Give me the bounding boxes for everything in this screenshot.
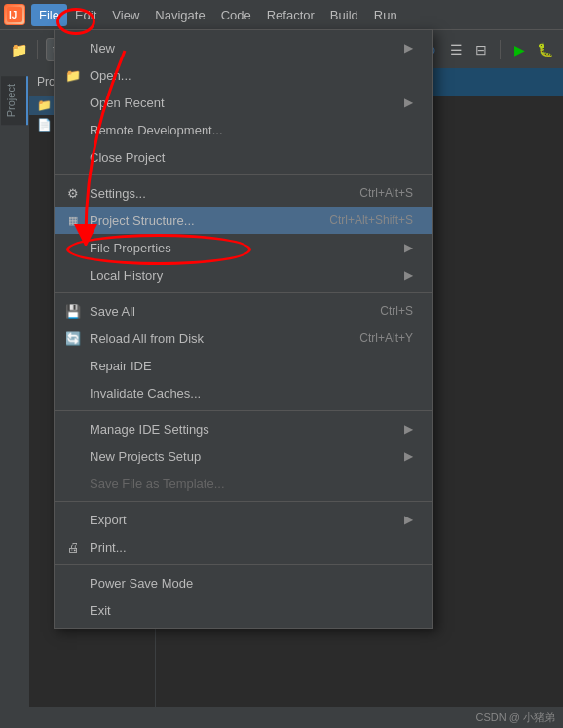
menu-code[interactable]: Code: [213, 4, 259, 26]
file-dropdown-menu: New ▶ 📁 Open... Open Recent ▶ Remote Dev…: [54, 29, 433, 629]
menu-build[interactable]: Build: [322, 4, 366, 26]
menu-item-export[interactable]: Export ▶: [55, 506, 432, 533]
settings-shortcut: Ctrl+Alt+S: [359, 186, 413, 200]
remote-dev-label: Remote Development...: [90, 123, 413, 137]
save-template-icon: [64, 475, 82, 492]
toolbar-folder-icon[interactable]: 📁: [8, 39, 29, 60]
exit-label: Exit: [90, 603, 413, 618]
new-icon: [64, 39, 82, 57]
manage-ide-arrow: ▶: [404, 422, 413, 436]
export-icon: [64, 511, 82, 528]
project-structure-icon: ▦: [64, 211, 82, 229]
save-all-shortcut: Ctrl+S: [380, 304, 413, 318]
toolbar-separator-2: [500, 40, 501, 59]
repair-ide-label: Repair IDE: [90, 359, 413, 373]
manage-ide-icon: [64, 420, 82, 438]
menu-item-save-template: Save File as Template...: [55, 470, 432, 497]
sidebar: Project: [0, 68, 29, 728]
invalidate-caches-icon: [64, 384, 82, 402]
menu-file[interactable]: File: [31, 4, 67, 26]
svg-text:IJ: IJ: [9, 10, 17, 20]
open-icon: 📁: [64, 66, 82, 84]
open-recent-arrow: ▶: [404, 96, 413, 109]
menu-run[interactable]: Run: [366, 4, 405, 26]
menu-item-save-all[interactable]: 💾 Save All Ctrl+S: [55, 297, 432, 325]
export-label: Export: [90, 513, 385, 527]
new-projects-arrow: ▶: [404, 449, 413, 463]
export-arrow: ▶: [404, 513, 413, 526]
new-arrow: ▶: [404, 41, 413, 55]
new-projects-label: New Projects Setup: [90, 449, 385, 464]
toolbar-list-icon[interactable]: ☰: [445, 39, 467, 60]
menu-item-settings[interactable]: ⚙ Settings... Ctrl+Alt+S: [55, 179, 432, 207]
menu-refactor[interactable]: Refactor: [259, 4, 322, 26]
menu-navigate[interactable]: Navigate: [147, 4, 212, 26]
print-label: Print...: [90, 540, 413, 555]
toolbar-layout-icon[interactable]: ⊟: [470, 39, 492, 60]
divider-5: [55, 564, 432, 565]
project-structure-shortcut: Ctrl+Alt+Shift+S: [329, 213, 413, 227]
close-project-label: Close Project: [90, 150, 413, 165]
local-history-arrow: ▶: [404, 268, 413, 282]
folder-icon: 📁: [37, 98, 52, 112]
divider-2: [55, 292, 432, 293]
file-properties-icon: [64, 239, 82, 256]
remote-dev-icon: [64, 121, 82, 138]
local-history-label: Local History: [90, 268, 385, 283]
project-structure-label: Project Structure...: [90, 213, 310, 228]
menu-item-invalidate-caches[interactable]: Invalidate Caches...: [55, 379, 432, 406]
menu-item-new-projects[interactable]: New Projects Setup ▶: [55, 442, 432, 470]
close-project-icon: [64, 148, 82, 166]
exit-icon: [64, 601, 82, 619]
menu-item-local-history[interactable]: Local History ▶: [55, 261, 432, 288]
save-template-label: Save File as Template...: [90, 477, 413, 491]
app-logo: IJ: [4, 4, 25, 25]
toolbar-separator-1: [37, 40, 38, 59]
menu-item-file-properties[interactable]: File Properties ▶: [55, 234, 432, 261]
open-recent-label: Open Recent: [90, 96, 385, 110]
menu-item-print[interactable]: 🖨 Print...: [55, 533, 432, 560]
divider-3: [55, 410, 432, 411]
open-label: Open...: [90, 68, 413, 83]
menu-item-project-structure[interactable]: ▦ Project Structure... Ctrl+Alt+Shift+S: [55, 207, 432, 234]
new-label: New: [90, 41, 385, 56]
divider-4: [55, 501, 432, 502]
manage-ide-label: Manage IDE Settings: [90, 422, 385, 437]
menu-item-open-recent[interactable]: Open Recent ▶: [55, 89, 432, 116]
menu-item-new[interactable]: New ▶: [55, 34, 432, 61]
settings-icon: ⚙: [64, 184, 82, 202]
local-history-icon: [64, 266, 82, 284]
file-properties-arrow: ▶: [404, 241, 413, 254]
file-properties-label: File Properties: [90, 241, 385, 255]
invalidate-caches-label: Invalidate Caches...: [90, 386, 413, 401]
menu-view[interactable]: View: [104, 4, 147, 26]
menu-item-remote-dev[interactable]: Remote Development...: [55, 116, 432, 143]
print-icon: 🖨: [64, 538, 82, 556]
reload-disk-shortcut: Ctrl+Alt+Y: [359, 331, 413, 345]
file-icon: 📄: [37, 118, 52, 132]
open-recent-icon: [64, 94, 82, 111]
menu-item-reload-disk[interactable]: 🔄 Reload All from Disk Ctrl+Alt+Y: [55, 325, 432, 352]
menu-item-exit[interactable]: Exit: [55, 596, 432, 624]
menu-edit[interactable]: Edit: [67, 4, 104, 26]
save-all-label: Save All: [90, 304, 360, 319]
save-all-icon: 💾: [64, 302, 82, 320]
new-projects-icon: [64, 447, 82, 465]
repair-ide-icon: [64, 357, 82, 374]
toolbar-run-icon[interactable]: ▶: [508, 39, 530, 60]
power-save-label: Power Save Mode: [90, 576, 413, 591]
settings-label: Settings...: [90, 186, 340, 201]
reload-disk-icon: 🔄: [64, 329, 82, 347]
divider-1: [55, 174, 432, 175]
toolbar-debug-icon[interactable]: 🐛: [534, 39, 555, 60]
sidebar-project-tab[interactable]: Project: [1, 76, 28, 125]
menu-item-manage-ide[interactable]: Manage IDE Settings ▶: [55, 415, 432, 442]
menu-bar: IJ File Edit View Navigate Code Refactor…: [0, 0, 563, 29]
menu-item-power-save[interactable]: Power Save Mode: [55, 569, 432, 596]
menu-item-open[interactable]: 📁 Open...: [55, 61, 432, 89]
menu-item-close-project[interactable]: Close Project: [55, 143, 432, 171]
power-save-icon: [64, 574, 82, 592]
status-bar: CSDN @ 小猪弟: [0, 707, 563, 728]
reload-disk-label: Reload All from Disk: [90, 331, 340, 346]
menu-item-repair-ide[interactable]: Repair IDE: [55, 352, 432, 379]
